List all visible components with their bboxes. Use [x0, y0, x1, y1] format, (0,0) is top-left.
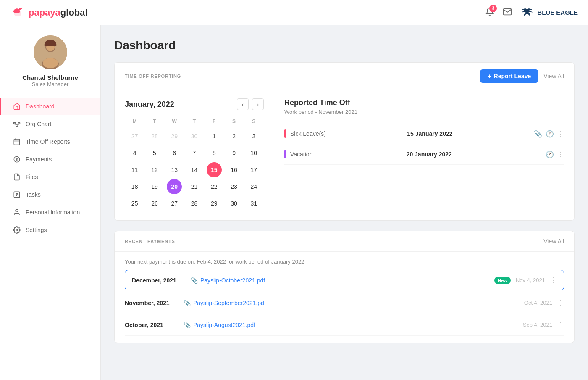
- mail-icon: [503, 7, 512, 16]
- reported-title: Reported Time Off: [284, 98, 564, 107]
- cal-day[interactable]: 4: [127, 145, 142, 161]
- time-off-header: TIME OFF REPORTING + Report Leave View A…: [115, 63, 574, 90]
- avatar: [34, 35, 67, 69]
- time-off-section-label: TIME OFF REPORTING: [125, 74, 181, 79]
- report-leave-button[interactable]: + Report Leave: [480, 69, 538, 83]
- payments-card: RECENT PAYMENTS View All Your next payme…: [114, 231, 575, 343]
- calendar-day-headers: M T W T F S S: [125, 117, 264, 128]
- svg-rect-8: [14, 122, 16, 124]
- payment-month-oct: October, 2021: [125, 322, 184, 328]
- svg-point-2: [524, 9, 525, 11]
- cal-day[interactable]: 28: [186, 196, 202, 211]
- cal-day[interactable]: 31: [246, 196, 261, 211]
- calendar-navigation: ‹ ›: [237, 98, 264, 110]
- cal-day[interactable]: 17: [246, 162, 261, 177]
- cal-day-today[interactable]: 15: [207, 162, 222, 177]
- cal-day[interactable]: 30: [226, 196, 242, 211]
- cal-header-thu: T: [184, 117, 204, 128]
- cal-day[interactable]: 11: [127, 162, 142, 177]
- payment-menu-nov[interactable]: ⋮: [557, 299, 564, 307]
- cal-day[interactable]: 26: [147, 196, 162, 211]
- cal-day[interactable]: 3: [246, 129, 261, 144]
- payments-header: RECENT PAYMENTS View All: [115, 231, 574, 252]
- leave-actions-vacation: 🕐 ⋮: [546, 150, 564, 158]
- calendar-icon: [13, 138, 21, 145]
- cal-day[interactable]: 21: [186, 179, 202, 194]
- cal-day[interactable]: 19: [147, 179, 162, 194]
- cal-day[interactable]: 7: [186, 145, 202, 161]
- calendar-prev-button[interactable]: ‹: [237, 98, 249, 110]
- calendar-title: January, 2022: [125, 100, 174, 109]
- cal-day[interactable]: 14: [186, 162, 202, 177]
- mail-button[interactable]: [503, 7, 512, 18]
- sidebar-item-files[interactable]: Files: [0, 168, 100, 186]
- payment-menu-oct[interactable]: ⋮: [557, 321, 564, 329]
- leave-date-vacation: 20 January 2022: [407, 151, 452, 158]
- sidebar-item-time-off[interactable]: Time Off Reports: [0, 133, 100, 150]
- user-role: Sales Manager: [32, 81, 68, 87]
- calendar-next-button[interactable]: ›: [252, 98, 264, 110]
- payment-menu-dec[interactable]: ⋮: [550, 276, 557, 284]
- sidebar-item-dashboard[interactable]: Dashboard: [0, 98, 100, 115]
- sidebar-item-tasks[interactable]: Tasks: [0, 186, 100, 203]
- logo-text: papayaglobal: [29, 7, 88, 18]
- cal-day[interactable]: 13: [167, 162, 182, 177]
- sidebar-label-time-off: Time Off Reports: [26, 138, 70, 145]
- cal-day[interactable]: 2: [226, 129, 242, 144]
- sidebar-item-org-chart[interactable]: Org Chart: [0, 115, 100, 133]
- reported-subtitle: Work period - November 2021: [284, 109, 564, 115]
- cal-day[interactable]: 9: [226, 145, 242, 161]
- leave-menu-vacation[interactable]: ⋮: [557, 150, 564, 158]
- notifications-button[interactable]: 3: [485, 7, 494, 18]
- cal-day[interactable]: 29: [207, 196, 222, 211]
- cal-day-highlighted[interactable]: 20: [167, 179, 182, 194]
- cal-header-mon: M: [125, 117, 144, 128]
- cal-day[interactable]: 8: [207, 145, 222, 161]
- cal-day[interactable]: 27: [127, 129, 142, 144]
- cal-day[interactable]: 23: [226, 179, 242, 194]
- clock-icon-sick[interactable]: 🕐: [546, 130, 554, 138]
- payment-file-dec[interactable]: 📎 Payslip-October2021.pdf: [191, 277, 494, 284]
- payment-date-oct: Sep 4, 2021: [523, 322, 552, 328]
- cal-day[interactable]: 30: [186, 129, 202, 144]
- cal-day[interactable]: 12: [147, 162, 162, 177]
- sidebar-item-personal[interactable]: Personal Information: [0, 203, 100, 221]
- paperclip-icon[interactable]: 📎: [534, 130, 542, 138]
- leave-bar-sick: [284, 129, 286, 138]
- leave-item-vacation: Vacation 20 January 2022 🕐 ⋮: [284, 144, 564, 165]
- cal-day[interactable]: 10: [246, 145, 261, 161]
- payment-filename-oct: Payslip-August2021.pdf: [193, 322, 255, 328]
- cal-day[interactable]: 29: [167, 129, 182, 144]
- tasks-icon: [13, 191, 21, 198]
- calendar-week-4: 18 19 20 21 22 23 24: [125, 178, 264, 195]
- svg-point-1: [19, 8, 21, 10]
- cal-day[interactable]: 22: [207, 179, 222, 194]
- sidebar-item-payments[interactable]: Payments: [0, 150, 100, 168]
- payment-file-oct[interactable]: 📎 Payslip-August2021.pdf: [184, 322, 523, 328]
- payments-section-label: RECENT PAYMENTS: [125, 239, 175, 244]
- person-icon: [13, 208, 21, 216]
- cal-day[interactable]: 18: [127, 179, 142, 194]
- cal-day[interactable]: 6: [167, 145, 182, 161]
- cal-day[interactable]: 24: [246, 179, 261, 194]
- cal-day[interactable]: 16: [226, 162, 242, 177]
- payment-month-nov: November, 2021: [125, 300, 184, 306]
- cal-day[interactable]: 5: [147, 145, 162, 161]
- clock-icon-vacation[interactable]: 🕐: [546, 150, 554, 158]
- time-off-view-all[interactable]: View All: [543, 73, 564, 79]
- payments-view-all[interactable]: View All: [543, 238, 564, 245]
- payment-file-nov[interactable]: 📎 Payslip-September2021.pdf: [184, 300, 524, 306]
- svg-rect-15: [14, 139, 20, 145]
- paperclip-icon-oct: 📎: [184, 322, 191, 328]
- logo[interactable]: papayaglobal: [10, 5, 88, 20]
- leave-menu-sick[interactable]: ⋮: [557, 130, 564, 138]
- cal-day[interactable]: 28: [147, 129, 162, 144]
- cal-day[interactable]: 27: [167, 196, 182, 211]
- sidebar-label-org-chart: Org Chart: [26, 121, 51, 127]
- cal-day[interactable]: 25: [127, 196, 142, 211]
- payment-right-oct: Sep 4, 2021 ⋮: [523, 321, 564, 329]
- paperclip-icon-nov: 📎: [184, 300, 191, 306]
- sidebar-label-payments: Payments: [26, 156, 52, 163]
- sidebar-item-settings[interactable]: Settings: [0, 221, 100, 239]
- cal-day[interactable]: 1: [207, 129, 222, 144]
